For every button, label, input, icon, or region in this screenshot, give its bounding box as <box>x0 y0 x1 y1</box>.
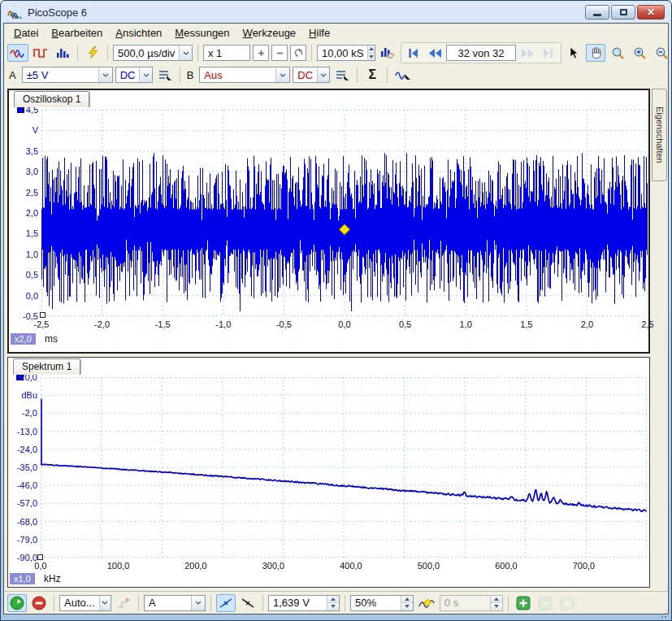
separator <box>197 45 198 61</box>
channel-b-coupling-select[interactable]: DC <box>293 67 330 83</box>
minus-icon <box>538 596 553 610</box>
tab-eigenschaften[interactable]: Eigenschaften <box>652 89 667 181</box>
marquee-zoom-button[interactable] <box>608 44 627 62</box>
channel-b-label: B <box>185 69 197 81</box>
zoom-x-reset-button[interactable] <box>290 45 306 61</box>
tab-spektrum-1[interactable]: Spektrum 1 <box>13 358 80 375</box>
minimize-icon <box>593 14 601 16</box>
restore-button[interactable] <box>611 5 635 20</box>
chevron-down-icon[interactable] <box>191 596 205 610</box>
spectrum-mode-button[interactable] <box>53 44 72 62</box>
x-axis-tick-label: 2,5 <box>625 319 670 329</box>
separator <box>357 67 358 83</box>
start-capture-button[interactable] <box>7 594 27 612</box>
spinner-buttons[interactable] <box>327 596 339 610</box>
spectrum-bars-icon <box>55 47 70 59</box>
zoom-x-field[interactable]: x 1 <box>203 45 250 61</box>
channel-b-range-select[interactable]: Aus <box>199 67 290 83</box>
menu-bearbeiten[interactable]: Bearbeiten <box>45 25 109 41</box>
separator <box>54 595 54 611</box>
y-axis-tick-label: -79,0 <box>8 535 37 545</box>
trigger-mode-select[interactable]: Auto... <box>59 595 111 611</box>
chevron-down-icon[interactable] <box>275 67 289 82</box>
y-axis-tick-label: -68,0 <box>8 517 37 527</box>
first-buffer-button[interactable] <box>404 44 423 62</box>
chevron-down-icon[interactable] <box>99 596 111 610</box>
persistence-mode-button[interactable] <box>31 44 50 62</box>
menu-messungen[interactable]: Messungen <box>168 25 236 41</box>
spinner-buttons[interactable] <box>367 46 375 60</box>
chevron-down-icon[interactable] <box>317 67 329 82</box>
zoom-in-button[interactable] <box>630 44 649 62</box>
spectrum-axis-offset-handle[interactable] <box>37 554 43 560</box>
stop-capture-button[interactable] <box>29 594 49 612</box>
minimize-button[interactable] <box>585 5 609 20</box>
x-axis-tick-label: 200,0 <box>173 561 219 571</box>
title-bar[interactable]: PicoScope 6 ✕ <box>1 1 671 24</box>
math-channels-button[interactable]: Σ <box>362 66 382 84</box>
chevron-down-icon[interactable] <box>179 46 192 60</box>
tab-oszilloskop-1[interactable]: Oszilloskop 1 <box>14 91 89 107</box>
scope-mode-button[interactable] <box>7 44 28 62</box>
separator <box>508 595 509 611</box>
trigger-delay-spinner[interactable]: 0 s <box>440 595 503 611</box>
advanced-trigger-icon <box>117 597 131 609</box>
falling-edge-button[interactable] <box>238 594 258 612</box>
y-axis-tick-label: -24,0 <box>8 445 37 454</box>
normal-selection-button[interactable] <box>564 44 583 62</box>
trigger-level-spinner[interactable]: 1,639 V <box>268 595 340 611</box>
buffer-overview-icon <box>380 46 396 59</box>
spectrum-plot-canvas[interactable] <box>41 377 647 558</box>
close-button[interactable]: ✕ <box>637 5 665 20</box>
next-buffer-button[interactable] <box>518 44 537 62</box>
trigger-source-select[interactable]: A <box>144 595 206 611</box>
channel-options-icon <box>335 69 349 81</box>
advanced-trigger-button[interactable] <box>114 594 133 612</box>
add-measurement-button[interactable] <box>514 594 533 612</box>
trigger-marker-button[interactable] <box>416 594 437 612</box>
remove-measurement-button[interactable] <box>535 594 555 612</box>
spin-up-icon <box>331 597 336 601</box>
menu-werkzeuge[interactable]: Werkzeuge <box>236 25 303 41</box>
sample-count-spinner[interactable]: 10,00 kS <box>317 45 375 61</box>
x-axis-tick-label: 300,0 <box>250 561 296 571</box>
buffer-overview-button[interactable] <box>378 44 398 62</box>
previous-buffer-button[interactable] <box>425 44 444 62</box>
falling-edge-icon <box>241 597 255 609</box>
scope-waveform-canvas[interactable] <box>41 110 648 316</box>
client-area: Datei Bearbeiten Ansichten Messungen Wer… <box>4 24 668 614</box>
spinner-buttons[interactable] <box>401 596 413 610</box>
channel-a-options-button[interactable] <box>155 66 175 84</box>
channel-b-range-value: Aus <box>200 67 275 82</box>
scope-axis-offset-handle[interactable] <box>40 312 46 318</box>
timebase-select[interactable]: 500,0 µs/div <box>113 45 193 61</box>
scope-x-zoom-badge: x2,0 <box>11 333 36 345</box>
rising-edge-button[interactable] <box>216 594 236 612</box>
menu-datei[interactable]: Datei <box>7 25 45 41</box>
menu-ansichten[interactable]: Ansichten <box>109 25 168 41</box>
chevron-down-icon[interactable] <box>98 67 112 82</box>
up-triangle-icon <box>560 596 574 610</box>
hand-tool-button[interactable] <box>586 44 605 62</box>
custom-probes-button[interactable] <box>392 66 414 84</box>
lightning-icon <box>86 46 99 59</box>
channel-b-options-button[interactable] <box>332 66 352 84</box>
x-axis-tick-label: 500,0 <box>405 561 451 571</box>
auto-setup-button[interactable] <box>83 44 102 62</box>
chevron-down-icon[interactable] <box>139 67 151 82</box>
zoom-x-plus-button[interactable] <box>253 45 269 61</box>
y-axis-tick-label: 3,0 <box>9 167 38 176</box>
menu-hilfe[interactable]: Hilfe <box>302 25 336 41</box>
zoom-x-minus-button[interactable] <box>271 45 288 61</box>
channel-a-coupling-select[interactable]: DC <box>115 67 153 83</box>
edit-measurement-button[interactable] <box>557 594 577 612</box>
channel-a-range-select[interactable]: ±5 V <box>22 67 113 83</box>
spectrum-x-axis-unit: kHz <box>44 573 61 584</box>
pretrigger-spinner[interactable]: 50% <box>350 595 414 611</box>
zoom-out-button[interactable] <box>652 44 671 62</box>
separator <box>311 45 312 61</box>
spinner-buttons[interactable] <box>490 596 502 610</box>
buffer-position-box[interactable]: 32 von 32 <box>446 45 516 61</box>
last-buffer-button[interactable] <box>539 44 558 62</box>
trigger-level-value: 1,639 V <box>269 596 327 610</box>
